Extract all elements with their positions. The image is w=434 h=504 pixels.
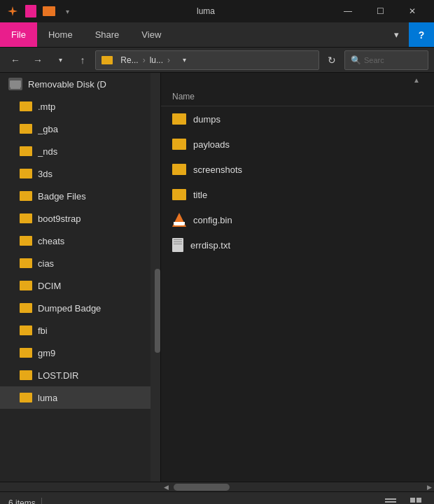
h-scrollbar-thumb[interactable]: [174, 484, 230, 491]
file-item-screenshots[interactable]: screenshots: [161, 157, 434, 182]
sidebar-item-dumped-badge[interactable]: Dumped Badge: [0, 297, 160, 319]
details-view-icon: [385, 498, 396, 505]
folder-icon-screenshots: [172, 164, 186, 175]
svg-rect-1: [385, 501, 396, 503]
minimize-button[interactable]: —: [332, 0, 364, 22]
folder-icon-cias: [20, 258, 32, 268]
sidebar-item-luma[interactable]: luma: [0, 386, 160, 409]
folder-icon-payloads: [172, 139, 186, 150]
folder-icon-cheats: [20, 236, 32, 246]
tab-view[interactable]: View: [130, 22, 172, 47]
title-bar-icons: ▾: [6, 4, 74, 18]
folder-icon-gba: [20, 124, 32, 134]
sidebar-label-fbi: fbi: [38, 326, 48, 336]
recent-locations-button[interactable]: ▾: [50, 50, 70, 70]
file-item-dumps[interactable]: dumps: [161, 106, 434, 132]
ribbon-spacer: [172, 22, 384, 47]
address-path[interactable]: Re... › lu... › ▾: [95, 50, 319, 70]
svg-rect-4: [410, 498, 415, 503]
item-count: 6 items: [8, 498, 36, 505]
tab-share[interactable]: Share: [84, 22, 131, 47]
sidebar-item-lost-dir[interactable]: LOST.DIR: [0, 364, 160, 386]
sidebar-item-fbi[interactable]: fbi: [0, 319, 160, 342]
folder-icon-dumped-badge: [20, 303, 32, 313]
sidebar-scrollbar-bottom: [0, 482, 161, 491]
path-chevron-1: ›: [143, 55, 146, 65]
file-item-payloads[interactable]: payloads: [161, 132, 434, 157]
path-folder-icon: [102, 56, 113, 64]
sidebar-label-cheats: cheats: [38, 236, 64, 246]
folder-icon-boot9strap: [20, 214, 32, 223]
maximize-button[interactable]: ☐: [364, 0, 396, 22]
search-box[interactable]: 🔍 Searc: [344, 50, 428, 70]
sidebar-item-nds[interactable]: _nds: [0, 140, 160, 162]
sidebar-label-gm9: gm9: [38, 348, 55, 358]
h-scroll-right-button[interactable]: ▶: [424, 482, 434, 492]
path-dropdown-button[interactable]: ▾: [174, 50, 194, 70]
sidebar-item-cias[interactable]: cias: [0, 252, 160, 274]
sidebar-item-gba[interactable]: _gba: [0, 118, 160, 140]
svg-rect-0: [385, 498, 396, 500]
tab-home[interactable]: Home: [37, 22, 84, 47]
file-label-payloads: payloads: [193, 139, 230, 150]
sidebar-item-boot9strap[interactable]: boot9strap: [0, 207, 160, 230]
folder-icon-title: [172, 189, 186, 200]
help-button[interactable]: ?: [409, 22, 434, 47]
close-button[interactable]: ✕: [396, 0, 428, 22]
sidebar-item-removable[interactable]: Removable Disk (D: [0, 73, 160, 95]
large-icon-view-button[interactable]: [406, 493, 426, 505]
sidebar-label-luma: luma: [38, 393, 57, 403]
file-label-config-bin: config.bin: [193, 215, 232, 225]
sidebar-label-gba: _gba: [38, 124, 58, 134]
path-segment-luma: lu...: [150, 55, 163, 65]
right-pane: ▲ Name dumps payloads screenshots title: [161, 73, 434, 482]
h-scroll-left-button[interactable]: ◀: [161, 482, 171, 492]
sidebar-item-gm9[interactable]: gm9: [0, 342, 160, 364]
details-view-button[interactable]: [381, 493, 400, 505]
file-label-title: title: [193, 190, 207, 200]
up-button[interactable]: ↑: [73, 50, 92, 70]
refresh-button[interactable]: ↻: [322, 50, 342, 70]
sidebar-label-3ds: 3ds: [38, 169, 52, 179]
sidebar-item-3ds[interactable]: 3ds: [0, 162, 160, 185]
sidebar-label-dumped-badge: Dumped Badge: [38, 303, 101, 314]
sidebar-item-dcim[interactable]: DCIM: [0, 274, 160, 297]
sidebar-scrollbar[interactable]: [150, 73, 160, 482]
file-item-title[interactable]: title: [161, 182, 434, 207]
forward-button[interactable]: →: [28, 50, 48, 70]
note-icon[interactable]: [24, 4, 38, 18]
collapse-button[interactable]: ▲: [161, 73, 434, 87]
sidebar-item-badge-files[interactable]: Badge Files: [0, 185, 160, 207]
dropdown-arrow-icon[interactable]: ▾: [60, 4, 74, 18]
tab-file[interactable]: File: [0, 22, 37, 47]
sidebar-label-mtp: .mtp: [38, 102, 55, 112]
search-placeholder: Searc: [364, 56, 384, 64]
ribbon-collapse-button[interactable]: ▾: [384, 22, 409, 47]
drive-icon: [8, 78, 22, 90]
sidebar-item-cheats[interactable]: cheats: [0, 230, 160, 252]
name-column-header: Name: [172, 92, 195, 102]
file-item-config-bin[interactable]: config.bin: [161, 207, 434, 232]
folder-icon-dumps: [172, 113, 186, 125]
status-bar: 6 items: [0, 491, 434, 504]
file-item-errdisp-txt[interactable]: errdisp.txt: [161, 232, 434, 258]
back-button[interactable]: ←: [6, 50, 25, 70]
pin-icon[interactable]: [6, 4, 20, 18]
sidebar: Removable Disk (D .mtp _gba _nds 3ds Bad…: [0, 73, 161, 482]
text-file-icon: [172, 238, 183, 252]
folder-icon-title[interactable]: [42, 4, 56, 18]
status-separator: [41, 498, 42, 505]
sidebar-label-dcim: DCIM: [38, 281, 61, 291]
folder-icon-mtp: [20, 102, 32, 111]
title-bar: ▾ luma — ☐ ✕: [0, 0, 434, 22]
ribbon: File Home Share View ▾ ?: [0, 22, 434, 48]
sidebar-scrollbar-thumb[interactable]: [155, 269, 160, 353]
vlc-icon: [172, 213, 186, 227]
sidebar-item-mtp[interactable]: .mtp: [0, 95, 160, 118]
path-segment-1: [115, 55, 118, 65]
svg-rect-5: [416, 498, 421, 503]
sidebar-label-boot9strap: boot9strap: [38, 214, 80, 224]
address-bar: ← → ▾ ↑ Re... › lu... › ▾ ↻ 🔍 Searc: [0, 48, 434, 73]
column-header: Name: [161, 87, 434, 106]
file-label-screenshots: screenshots: [193, 164, 242, 175]
